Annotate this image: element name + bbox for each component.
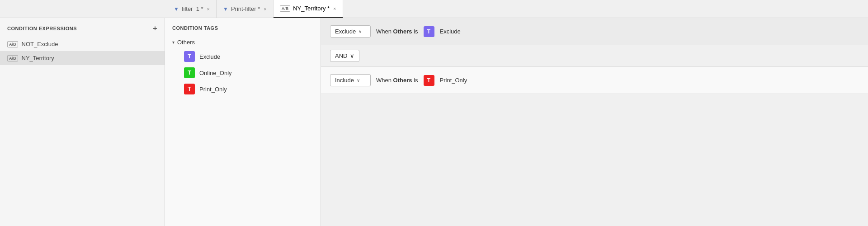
tab-print-filter-close[interactable]: × (264, 6, 266, 12)
tab-print-filter-label: Print-filter * (231, 5, 260, 12)
sidebar-header: CONDITION EXPRESSIONS + (0, 18, 165, 37)
add-expression-button[interactable]: + (153, 24, 157, 33)
include-dropdown[interactable]: Include ∨ (330, 74, 371, 86)
sidebar-item-not-exclude[interactable]: A/B NOT_Exclude (0, 37, 165, 51)
rule2-tag-badge: T (424, 75, 434, 86)
sidebar-item-ny-territory[interactable]: A/B NY_Territory (0, 51, 165, 65)
ab-badge-tab: A/B (280, 5, 291, 12)
and-dropdown[interactable]: AND ∨ (330, 50, 359, 62)
and-dropdown-label: AND (335, 52, 347, 59)
filter-icon-2: ▼ (223, 6, 228, 12)
sidebar-item-not-exclude-label: NOT_Exclude (22, 41, 58, 47)
tab-ny-territory-label: NY_Territory * (293, 5, 330, 12)
ab-badge-not-exclude: A/B (7, 41, 18, 47)
rules-bottom-spacer (321, 94, 868, 226)
others-group-header[interactable]: ▾ Others (165, 36, 321, 48)
tag-label-online-only: Online_Only (199, 70, 232, 76)
others-group-label: Others (177, 39, 195, 46)
tab-bar: ▼ filter_1 * × ▼ Print-filter * × A/B NY… (0, 0, 868, 18)
tag-label-print-only: Print_Only (199, 86, 227, 93)
rule-row-2: Include ∨ When Others is T Print_Only (321, 66, 868, 94)
ab-badge-ny-territory: A/B (7, 55, 18, 61)
tag-badge-exclude: T (184, 51, 195, 62)
tab-filter1-label: filter_1 * (182, 5, 203, 12)
sidebar-item-ny-territory-label: NY_Territory (22, 55, 54, 61)
condition-rules-panel: Exclude ∨ When Others is T Exclude AND ∨ (321, 18, 868, 226)
exclude-dropdown-arrow: ∨ (359, 29, 362, 34)
tab-ny-territory-close[interactable]: × (333, 6, 336, 11)
include-dropdown-arrow: ∨ (357, 78, 360, 83)
and-dropdown-arrow: ∨ (350, 52, 354, 59)
rule1-tag-label: Exclude (440, 28, 461, 35)
tag-badge-online-only: T (184, 67, 195, 78)
tab-print-filter[interactable]: ▼ Print-filter * × (217, 0, 274, 18)
sidebar-title: CONDITION EXPRESSIONS (7, 26, 77, 31)
tag-item-print-only[interactable]: T Print_Only (165, 81, 321, 97)
chevron-down-icon: ▾ (172, 40, 175, 45)
tag-label-exclude: Exclude (199, 53, 220, 60)
condition-tags-panel: CONDITION TAGS ▾ Others T Exclude T Onli… (165, 18, 321, 226)
tab-filter1[interactable]: ▼ filter_1 * × (167, 0, 217, 18)
tab-ny-territory[interactable]: A/B NY_Territory * × (274, 0, 343, 18)
exclude-dropdown-label: Exclude (335, 28, 356, 35)
rule-row-1: Exclude ∨ When Others is T Exclude (321, 18, 868, 45)
sidebar: CONDITION EXPRESSIONS + A/B NOT_Exclude … (0, 18, 165, 226)
main-layout: CONDITION EXPRESSIONS + A/B NOT_Exclude … (0, 18, 868, 226)
rule1-tag-badge: T (424, 26, 434, 37)
condition-tags-title: CONDITION TAGS (165, 25, 321, 36)
rule2-when-text: When Others is (376, 77, 418, 84)
tab-filter1-close[interactable]: × (207, 6, 210, 12)
rule2-tag-label: Print_Only (440, 77, 467, 84)
content-area: CONDITION TAGS ▾ Others T Exclude T Onli… (165, 18, 868, 226)
and-connector-row: AND ∨ (321, 45, 868, 66)
filter-icon-1: ▼ (174, 6, 179, 12)
include-dropdown-label: Include (335, 77, 354, 84)
tag-item-online-only[interactable]: T Online_Only (165, 65, 321, 81)
rule1-when-text: When Others is (376, 28, 418, 35)
tag-badge-print-only: T (184, 84, 195, 94)
exclude-dropdown[interactable]: Exclude ∨ (330, 25, 371, 38)
tag-item-exclude[interactable]: T Exclude (165, 48, 321, 65)
